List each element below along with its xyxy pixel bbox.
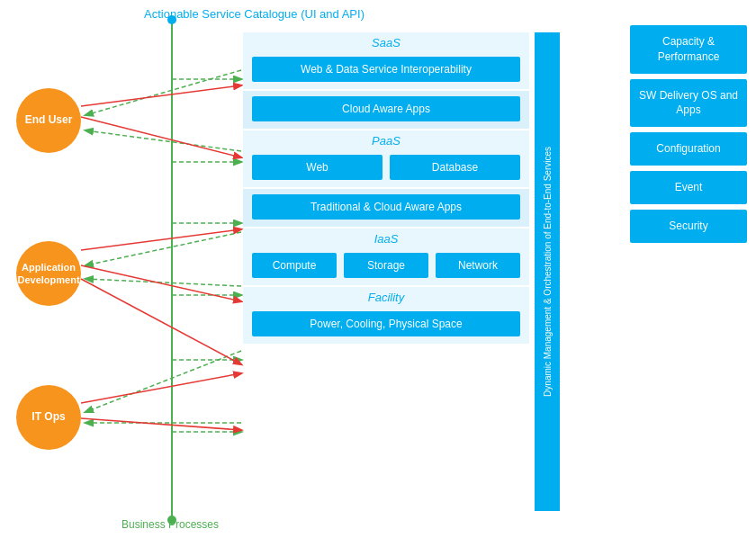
cloud-aware-layer: Cloud Aware Apps xyxy=(243,91,529,129)
main-stack: SaaS Web & Data Service Interoperability… xyxy=(243,32,529,344)
svg-line-17 xyxy=(81,229,241,250)
dynamic-bar-text: Dynamic Management & Orchestration of En… xyxy=(540,143,555,400)
database-box: Database xyxy=(390,155,520,180)
svg-line-11 xyxy=(86,232,241,265)
security-box: Security xyxy=(630,210,747,243)
storage-box: Storage xyxy=(344,253,428,278)
dynamic-bar: Dynamic Management & Orchestration of En… xyxy=(535,32,560,511)
diagram-container: Actionable Service Catalogue (UI and API… xyxy=(0,0,756,538)
svg-line-18 xyxy=(81,265,241,301)
svg-line-16 xyxy=(81,117,241,157)
web-box: Web xyxy=(252,155,382,180)
svg-line-9 xyxy=(86,70,241,115)
saas-layer: SaaS Web & Data Service Interoperability xyxy=(243,32,529,89)
end-user-circle: End User xyxy=(16,88,81,153)
traditional-layer: Traditional & Cloud Aware Apps xyxy=(243,189,529,227)
svg-line-12 xyxy=(86,279,241,286)
bottom-label: Business Processes xyxy=(122,518,219,531)
svg-line-21 xyxy=(81,418,241,430)
svg-line-20 xyxy=(81,373,241,403)
it-ops-circle: IT Ops xyxy=(16,385,81,450)
event-box: Event xyxy=(630,171,747,204)
facility-inner: Power, Cooling, Physical Space xyxy=(243,306,529,344)
capacity-box: Capacity & Performance xyxy=(630,25,747,74)
iaas-layer: IaaS Compute Storage Network xyxy=(243,229,529,285)
network-box: Network xyxy=(436,253,520,278)
traditional-box: Traditional & Cloud Aware Apps xyxy=(252,194,520,220)
svg-line-13 xyxy=(86,351,241,412)
paas-inner: Web Database xyxy=(243,149,529,187)
configuration-box: Configuration xyxy=(630,132,747,166)
cloud-aware-box: Cloud Aware Apps xyxy=(252,96,520,121)
saas-label: SaaS xyxy=(243,32,529,51)
facility-layer: Facility Power, Cooling, Physical Space xyxy=(243,287,529,344)
right-sidebar: Capacity & Performance SW Delivery OS an… xyxy=(630,25,747,243)
iaas-label: IaaS xyxy=(243,229,529,247)
iaas-inner: Compute Storage Network xyxy=(243,247,529,285)
top-label: Actionable Service Catalogue (UI and API… xyxy=(144,7,364,21)
sw-delivery-box: SW Delivery OS and Apps xyxy=(630,79,747,128)
paas-label: PaaS xyxy=(243,130,529,149)
facility-label: Facility xyxy=(243,287,529,306)
facility-box: Power, Cooling, Physical Space xyxy=(252,311,520,336)
paas-layer: PaaS Web Database xyxy=(243,130,529,187)
compute-box: Compute xyxy=(252,253,337,278)
svg-line-15 xyxy=(81,85,241,106)
svg-line-19 xyxy=(81,279,241,364)
saas-box: Web & Data Service Interoperability xyxy=(252,57,520,82)
svg-line-10 xyxy=(86,130,241,151)
app-dev-circle: ApplicationDevelopment xyxy=(16,241,81,306)
saas-inner: Web & Data Service Interoperability xyxy=(243,51,529,89)
